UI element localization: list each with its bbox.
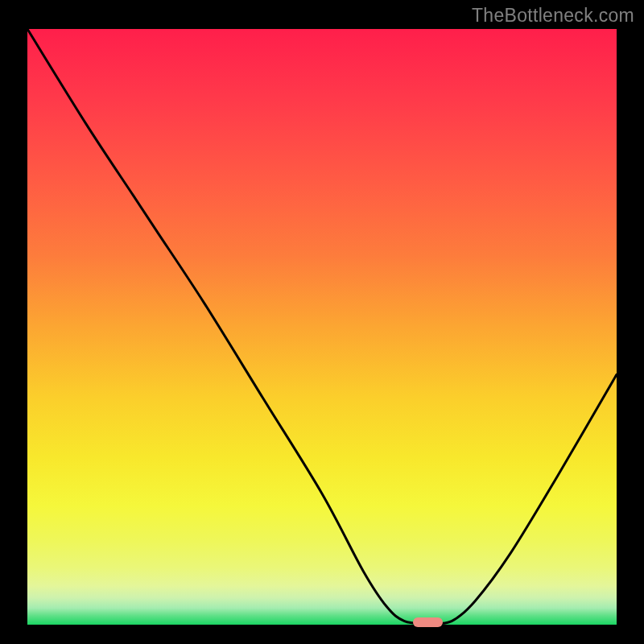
- heat-gradient: [27, 29, 617, 625]
- plot-area: [27, 29, 617, 625]
- brand-watermark: TheBottleneck.com: [472, 5, 634, 27]
- svg-rect-0: [27, 29, 617, 625]
- chart-frame: TheBottleneck.com: [0, 0, 644, 644]
- optimal-marker: [413, 617, 443, 627]
